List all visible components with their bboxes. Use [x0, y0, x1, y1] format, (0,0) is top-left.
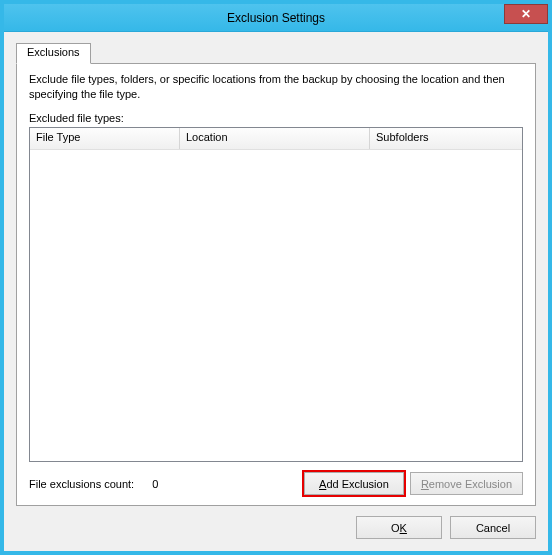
ok-button[interactable]: OK — [356, 516, 442, 539]
exclusions-table: File Type Location Subfolders — [29, 127, 523, 462]
description-text: Exclude file types, folders, or specific… — [29, 72, 523, 102]
close-button[interactable]: ✕ — [504, 4, 548, 24]
bottom-row: File exclusions count: 0 Add Exclusion R… — [29, 472, 523, 495]
tab-strip: Exclusions — [16, 42, 536, 63]
titlebar: Exclusion Settings ✕ — [4, 4, 548, 32]
dialog-buttons: OK Cancel — [16, 516, 536, 539]
excluded-types-label: Excluded file types: — [29, 112, 523, 124]
add-exclusion-button[interactable]: Add Exclusion — [304, 472, 404, 495]
table-header: File Type Location Subfolders — [30, 128, 522, 150]
window-title: Exclusion Settings — [227, 11, 325, 25]
tab-exclusions[interactable]: Exclusions — [16, 43, 91, 64]
column-subfolders[interactable]: Subfolders — [370, 128, 522, 149]
tab-content: Exclude file types, folders, or specific… — [16, 63, 536, 506]
column-location[interactable]: Location — [180, 128, 370, 149]
column-file-type[interactable]: File Type — [30, 128, 180, 149]
table-body[interactable] — [30, 150, 522, 461]
close-icon: ✕ — [521, 7, 531, 21]
exclusion-settings-dialog: Exclusion Settings ✕ Exclusions Exclude … — [4, 4, 548, 551]
exclusions-count-value: 0 — [152, 478, 158, 490]
client-area: Exclusions Exclude file types, folders, … — [4, 32, 548, 551]
remove-exclusion-button[interactable]: Remove Exclusion — [410, 472, 523, 495]
cancel-button[interactable]: Cancel — [450, 516, 536, 539]
exclusions-count-label: File exclusions count: — [29, 478, 134, 490]
